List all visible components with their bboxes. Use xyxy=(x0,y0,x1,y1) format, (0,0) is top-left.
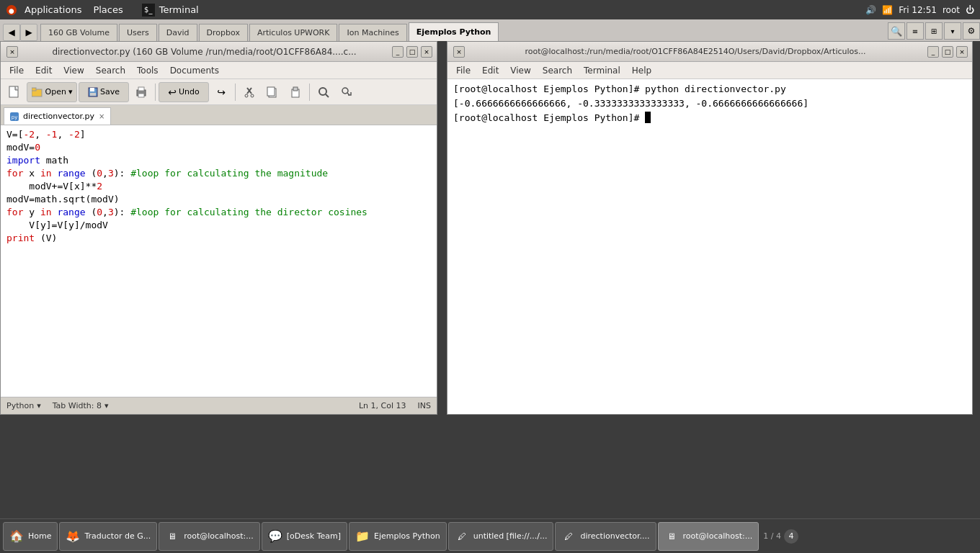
taskbar-terminal1[interactable]: 🖥 root@localhost:... xyxy=(159,522,260,551)
toolbar-undo-btn[interactable]: ↩ Undo xyxy=(159,82,209,102)
svg-line-20 xyxy=(326,94,329,97)
tab-back-btn[interactable]: ◀ xyxy=(3,24,20,41)
editor-menu-file[interactable]: File xyxy=(4,64,30,77)
taskbar-terminal2[interactable]: 🖥 root@localhost:... xyxy=(658,522,760,551)
tab-ionmachines-label: Ion Machines xyxy=(347,28,398,37)
toolbar-redo-btn[interactable]: ↪ xyxy=(210,82,232,102)
view-grid-btn[interactable]: ⊞ xyxy=(925,22,943,40)
editor-win-controls-right: _ □ × xyxy=(391,46,432,58)
svg-rect-2 xyxy=(9,86,18,97)
places-menu[interactable]: Places xyxy=(89,3,127,17)
code-line-1: V=[-2, -1, -2] xyxy=(6,128,431,141)
mode-label: INS xyxy=(418,401,431,410)
terminal-menu-view[interactable]: View xyxy=(504,64,536,77)
terminal-menu-file[interactable]: File xyxy=(450,64,476,77)
editor-menu-view[interactable]: View xyxy=(58,64,89,77)
toolbar-paste-btn[interactable] xyxy=(285,82,306,102)
editor-maximize-btn[interactable]: □ xyxy=(406,46,418,58)
terminal-menu-help[interactable]: Help xyxy=(626,64,657,77)
python-file-icon: py xyxy=(10,112,19,121)
terminal-window: × root@localhost:/run/media/root/O1CFF86… xyxy=(447,41,973,415)
toolbar-sep1 xyxy=(155,84,156,101)
tab-ionmachines[interactable]: Ion Machines xyxy=(339,24,406,41)
editor-minimize-btn[interactable]: _ xyxy=(392,46,404,58)
toolbar-copy-btn[interactable] xyxy=(262,82,283,102)
taskbar-firefox[interactable]: 🦊 Traductor de G... xyxy=(59,522,157,551)
terminal2-icon: 🖥 xyxy=(664,529,679,544)
editor-menu-edit[interactable]: Edit xyxy=(30,64,58,77)
code-line-5: modV+=V[x]**2 xyxy=(6,180,431,193)
toolbar-open-btn[interactable]: Open ▾ xyxy=(27,82,77,102)
taskbar-directionvector-label: directionvector.... xyxy=(580,531,649,541)
taskbar-filemanager[interactable]: 📁 Ejemplos Python xyxy=(349,522,447,551)
terminal-close-btn[interactable]: × xyxy=(956,46,968,58)
editor-title: directionvector.py (160 GB Volume /run/m… xyxy=(18,47,391,57)
terminal-minimize-btn[interactable]: _ xyxy=(927,46,939,58)
directionvector-icon: 🖊 xyxy=(561,529,576,544)
svg-rect-7 xyxy=(90,93,96,96)
tab-users-label: Users xyxy=(127,28,149,37)
terminal-cursor xyxy=(645,112,651,123)
code-line-3: import math xyxy=(6,154,431,167)
language-dropdown[interactable]: ▾ xyxy=(37,401,41,410)
taskbar-odesk-label: [oDesk Team] xyxy=(287,531,341,541)
toolbar-cut-btn[interactable] xyxy=(239,82,260,102)
editor-menu-search[interactable]: Search xyxy=(90,64,131,77)
toolbar-new-btn[interactable] xyxy=(4,82,25,102)
editor-close-btn[interactable]: × xyxy=(6,46,18,58)
editor-titlebar: × directionvector.py (160 GB Volume /run… xyxy=(1,42,437,62)
terminal-line-3: [root@localhost Ejemplos Python]# xyxy=(453,111,966,125)
top-bar-left: ● Applications Places xyxy=(6,3,128,17)
code-line-2: modV=0 xyxy=(6,141,431,154)
editor-tab-close[interactable]: × xyxy=(99,112,104,120)
terminal-win-controls-left: × xyxy=(452,46,465,58)
terminal-content[interactable]: [root@localhost Ejemplos Python]# python… xyxy=(447,79,972,414)
home-icon: 🏠 xyxy=(9,529,24,544)
taskbar-firefox-label: Traductor de G... xyxy=(84,531,151,541)
taskbar-terminal1-label: root@localhost:... xyxy=(184,531,254,541)
tabwidth-dropdown[interactable]: ▾ xyxy=(104,401,109,410)
view-list-btn[interactable]: ≡ xyxy=(906,22,924,40)
editor-menu-tools[interactable]: Tools xyxy=(131,64,164,77)
tabwidth-status[interactable]: Tab Width: 8 ▾ xyxy=(53,401,109,410)
toolbar-sep2 xyxy=(235,84,236,101)
tab-articulos-label: Articulos UPWORK xyxy=(257,28,330,37)
editor-close-btn2[interactable]: × xyxy=(421,46,432,58)
tab-articulos[interactable]: Articulos UPWORK xyxy=(249,24,338,41)
tab-dropbox-label: Dropbox xyxy=(207,28,240,37)
view-more-btn[interactable]: ▾ xyxy=(944,22,961,40)
taskbar-odesk[interactable]: 💬 [oDesk Team] xyxy=(262,522,347,551)
taskbar-home[interactable]: 🏠 Home xyxy=(3,522,58,551)
taskbar-terminal2-label: root@localhost:... xyxy=(683,531,753,541)
tab-forward-btn[interactable]: ▶ xyxy=(20,24,37,41)
toolbar-print-btn[interactable] xyxy=(130,82,152,102)
applications-menu[interactable]: Applications xyxy=(20,3,86,17)
settings-btn[interactable]: ⚙ xyxy=(963,22,980,40)
editor-menu-documents[interactable]: Documents xyxy=(164,64,225,77)
taskbar-untitled[interactable]: 🖊 untitled [file://.../... xyxy=(448,522,554,551)
terminal-menubar: File Edit View Search Terminal Help xyxy=(447,62,972,79)
toolbar-replace-btn[interactable] xyxy=(336,82,357,102)
power-icon[interactable]: ⏻ xyxy=(966,5,974,15)
tab-david[interactable]: David xyxy=(159,24,197,41)
terminal-close-btn-left[interactable]: × xyxy=(453,46,465,58)
taskbar-directionvector[interactable]: 🖊 directionvector.... xyxy=(555,522,656,551)
tab-dropbox[interactable]: Dropbox xyxy=(199,24,248,41)
terminal-maximize-btn[interactable]: □ xyxy=(942,46,953,58)
tab-ejemplos[interactable]: Ejemplos Python xyxy=(409,22,499,41)
toolbar-save-btn[interactable]: Save xyxy=(79,82,129,102)
tab-160gb[interactable]: 160 GB Volume xyxy=(40,24,117,41)
tab-users[interactable]: Users xyxy=(119,24,157,41)
editor-tabs: py directionvector.py × xyxy=(1,105,437,125)
terminal-menu-terminal[interactable]: Terminal xyxy=(578,64,626,77)
terminal-menu-search[interactable]: Search xyxy=(537,64,578,77)
search-btn[interactable]: 🔍 xyxy=(888,22,905,40)
code-line-7: for y in range (0,3): #loop for calculat… xyxy=(6,206,431,219)
editor-tab-directionvector[interactable]: py directionvector.py × xyxy=(4,107,111,125)
editor-content[interactable]: V=[-2, -1, -2] modV=0 import math for x … xyxy=(1,125,437,397)
language-status[interactable]: Python ▾ xyxy=(6,401,41,410)
toolbar-find-btn[interactable] xyxy=(313,82,334,102)
code-line-6: modV=math.sqrt(modV) xyxy=(6,193,431,206)
terminal-menu-edit[interactable]: Edit xyxy=(476,64,504,77)
svg-rect-9 xyxy=(138,87,144,91)
